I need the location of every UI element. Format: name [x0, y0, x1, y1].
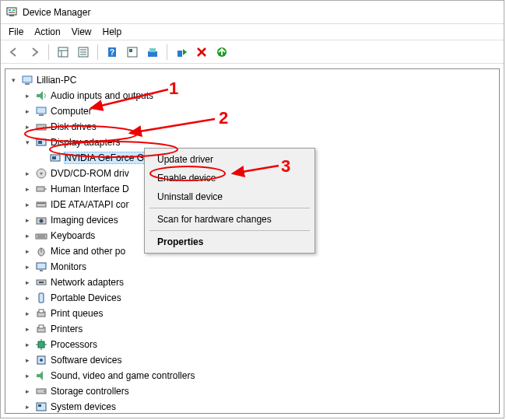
svg-point-33	[40, 173, 43, 175]
chevron-down-icon[interactable]: ▾	[9, 75, 18, 85]
node-label: Disk drives	[51, 121, 97, 132]
properties-button[interactable]	[75, 44, 92, 61]
rescan-button[interactable]	[213, 44, 230, 61]
back-button[interactable]	[5, 44, 23, 61]
svg-rect-49	[39, 293, 44, 303]
node-label: Audio inputs and outputs	[51, 90, 153, 101]
node-label: Printers	[51, 324, 83, 334]
node-label: Sound, video and game controllers	[51, 370, 195, 381]
svg-rect-18	[177, 51, 182, 57]
node-label: Software devices	[51, 355, 121, 366]
tree-root[interactable]: ▾ Lillian-PC	[9, 72, 499, 88]
svg-rect-4	[9, 15, 14, 16]
ide-icon	[35, 198, 47, 211]
chevron-right-icon[interactable]: ▸	[23, 91, 32, 100]
node-label: Computer	[51, 106, 92, 117]
help-button[interactable]: ?	[104, 44, 121, 61]
svg-rect-40	[36, 234, 47, 239]
svg-rect-16	[148, 51, 157, 57]
node-computer[interactable]: ▸Computer	[23, 103, 499, 119]
camera-icon	[35, 214, 47, 226]
svg-rect-45	[37, 263, 46, 269]
uninstall-button[interactable]	[193, 44, 210, 61]
chevron-right-icon[interactable]: ▸	[23, 371, 32, 380]
device-manager-icon	[5, 6, 18, 19]
chevron-right-icon[interactable]: ▸	[23, 247, 32, 256]
ctx-update-driver[interactable]: Update driver	[146, 150, 313, 169]
node-cpu[interactable]: ▸Processors	[23, 337, 499, 352]
toolbar-separator	[97, 44, 98, 60]
svg-marker-23	[37, 91, 43, 100]
chevron-right-icon[interactable]: ▸	[23, 184, 32, 194]
enable-device-button[interactable]	[173, 44, 190, 61]
chevron-right-icon[interactable]: ▸	[23, 355, 32, 365]
network-icon	[35, 276, 47, 289]
gpu-icon	[49, 152, 61, 164]
svg-point-60	[40, 359, 43, 362]
chevron-right-icon[interactable]: ▸	[23, 278, 32, 287]
node-disk[interactable]: ▸Disk drives	[23, 119, 499, 135]
chevron-right-icon[interactable]: ▸	[23, 231, 32, 240]
chevron-right-icon[interactable]: ▸	[23, 107, 32, 116]
pc-icon	[35, 105, 47, 117]
svg-point-39	[40, 219, 44, 223]
chevron-right-icon[interactable]: ▸	[23, 402, 32, 411]
svg-rect-48	[39, 282, 44, 283]
forward-button[interactable]	[26, 44, 43, 61]
svg-point-63	[44, 390, 45, 392]
node-network[interactable]: ▸Network adapters	[23, 275, 499, 290]
update-driver-button[interactable]	[144, 44, 161, 61]
node-label: IDE ATA/ATAPI cor	[51, 199, 128, 210]
chevron-right-icon[interactable]: ▸	[23, 262, 32, 271]
node-label: Network adapters	[51, 277, 124, 288]
node-monitor[interactable]: ▸Monitors	[23, 259, 499, 275]
node-system[interactable]: ▸System devices	[23, 399, 499, 414]
node-software[interactable]: ▸Software devices	[23, 352, 499, 368]
speaker-icon	[35, 89, 47, 102]
chevron-right-icon[interactable]: ▸	[23, 340, 32, 349]
svg-text:?: ?	[110, 48, 114, 57]
chevron-right-icon[interactable]: ▸	[23, 200, 32, 209]
ctx-scan-hardware[interactable]: Scan for hardware changes	[146, 210, 313, 229]
svg-rect-5	[58, 47, 68, 57]
chevron-right-icon[interactable]: ▸	[23, 387, 32, 396]
svg-marker-19	[183, 49, 187, 55]
svg-rect-21	[23, 76, 32, 82]
node-printq[interactable]: ▸Print queues	[23, 306, 499, 321]
menubar: File Action View Help	[1, 24, 504, 40]
chevron-down-icon[interactable]: ▾	[23, 138, 32, 147]
chevron-right-icon[interactable]: ▸	[23, 122, 32, 131]
node-label: Imaging devices	[51, 215, 118, 226]
toolbar: ?	[1, 40, 504, 64]
node-portable[interactable]: ▸Portable Devices	[23, 290, 499, 306]
ctx-separator	[149, 208, 310, 208]
menu-view[interactable]: View	[72, 26, 92, 37]
svg-rect-54	[38, 341, 44, 348]
chevron-right-icon[interactable]: ▸	[23, 324, 32, 334]
svg-rect-53	[39, 325, 44, 328]
svg-rect-17	[149, 48, 156, 52]
show-hide-tree-button[interactable]	[54, 44, 72, 61]
chevron-right-icon[interactable]: ▸	[23, 169, 32, 178]
ctx-enable-device[interactable]: Enable device	[146, 169, 313, 187]
node-printers[interactable]: ▸Printers	[23, 321, 499, 337]
keyboard-icon	[35, 229, 47, 242]
node-storage[interactable]: ▸Storage controllers	[23, 383, 499, 399]
svg-rect-15	[129, 49, 132, 52]
chevron-right-icon[interactable]: ▸	[23, 215, 32, 225]
menu-help[interactable]: Help	[103, 26, 122, 37]
menu-action[interactable]: Action	[34, 26, 60, 37]
scan-hardware-button[interactable]	[124, 44, 141, 61]
hid-icon	[35, 183, 47, 195]
node-label: Display adapters	[51, 137, 120, 148]
node-label: DVD/CD-ROM driv	[51, 168, 129, 179]
ctx-properties[interactable]: Properties	[146, 233, 313, 251]
menu-file[interactable]: File	[9, 26, 23, 37]
node-sound[interactable]: ▸Sound, video and game controllers	[23, 368, 499, 383]
ctx-uninstall-device[interactable]: Uninstall device	[146, 187, 313, 206]
chevron-right-icon[interactable]: ▸	[23, 309, 32, 318]
node-audio[interactable]: ▸Audio inputs and outputs	[23, 88, 499, 103]
svg-marker-61	[37, 371, 43, 380]
svg-rect-65	[38, 404, 41, 407]
chevron-right-icon[interactable]: ▸	[23, 293, 32, 303]
